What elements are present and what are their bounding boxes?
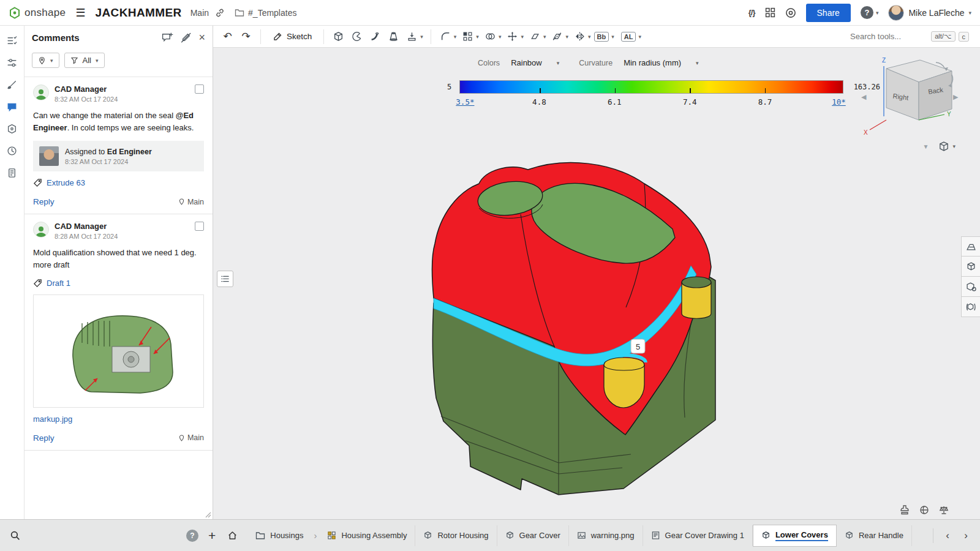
learning-center-icon[interactable] (785, 7, 796, 18)
thicken-menu[interactable]: ▾ (404, 29, 424, 45)
assignment-meta: Assigned to Ed Engineer 8:32 AM Oct 17 2… (65, 148, 152, 165)
extrude-button[interactable] (330, 29, 347, 45)
find-icon[interactable] (6, 527, 23, 544)
tab-label: Lower Covers (775, 530, 828, 541)
branch-pin-icon (178, 198, 185, 206)
curvature-dropdown[interactable]: Min radius (mm) ▾ (620, 56, 702, 69)
transform-menu[interactable]: ▾ (504, 29, 525, 45)
properties-icon[interactable] (2, 119, 22, 138)
part-model[interactable]: 5 (429, 153, 723, 496)
document-title[interactable]: JACKHAMMER (95, 6, 181, 20)
pattern-menu[interactable]: ▾ (459, 29, 480, 45)
user-menu[interactable]: Mike LaFleche ▾ (888, 5, 971, 21)
al-tools-menu[interactable]: AL ▾ (621, 32, 643, 42)
resolve-checkbox[interactable] (195, 84, 204, 94)
display-states-icon[interactable] (961, 257, 980, 277)
stamp-icon[interactable] (899, 504, 910, 515)
view-options-menu[interactable]: ▾ (938, 141, 956, 152)
add-tab-button[interactable]: + (208, 529, 216, 542)
tab-rotor-housing[interactable]: Rotor Housing (415, 525, 497, 546)
tab-folder-housings[interactable]: Housings (247, 525, 311, 546)
copy-link-icon[interactable] (215, 8, 225, 18)
sketch-button[interactable]: Sketch (267, 29, 317, 44)
search-tools-input[interactable] (850, 32, 928, 41)
feature-list-icon[interactable] (2, 31, 22, 50)
branch-label: Main (187, 433, 204, 442)
appearance-icon[interactable] (2, 75, 22, 94)
tab-scroll-left-icon[interactable]: ‹ (940, 527, 956, 544)
graphics-canvas[interactable]: Colors Rainbow ▾ Curvature Min radius (m… (213, 48, 980, 519)
sweep-button[interactable] (367, 29, 383, 45)
tab-gear-cover[interactable]: Gear Cover (497, 525, 569, 546)
colors-dropdown[interactable]: Rainbow ▾ (507, 56, 563, 69)
tab-lower-covers[interactable]: Lower Covers (753, 525, 837, 547)
tab-gear-cover-drawing[interactable]: Gear Cover Drawing 1 (643, 525, 753, 546)
feature-tag[interactable]: Extrude 63 (33, 178, 204, 187)
feature-list-toggle[interactable] (217, 271, 233, 287)
help-menu[interactable]: ? ▾ (861, 6, 879, 19)
location-filter-dropdown[interactable]: ▾ (32, 53, 59, 68)
markup-icon[interactable] (181, 32, 191, 43)
status-filter-dropdown[interactable]: All ▾ (64, 53, 105, 68)
new-comment-icon[interactable] (162, 32, 173, 43)
rotate-left-icon[interactable]: ◀ (861, 93, 867, 101)
tab-scroll-right-icon[interactable]: › (958, 527, 974, 544)
breadcrumb-folder[interactable]: #_Templates (235, 8, 296, 18)
globe-icon[interactable] (919, 504, 930, 515)
mirror-menu[interactable]: ▾ (571, 29, 592, 45)
scale-tick: 7.4 (683, 97, 697, 107)
redo-button[interactable]: ↷ (238, 29, 254, 45)
history-icon[interactable] (2, 141, 22, 160)
notes-icon[interactable] (2, 163, 22, 182)
boolean-menu[interactable]: ▾ (482, 29, 503, 45)
bb-tools-menu[interactable]: Bb ▾ (594, 32, 616, 42)
branch-indicator: Main (178, 198, 204, 206)
workspace-name[interactable]: Main (190, 8, 209, 18)
scale-min-value: 5 (447, 83, 451, 91)
onshape-logo[interactable]: onshape (9, 7, 66, 19)
tab-rear-handle[interactable]: Rear Handle (837, 525, 912, 546)
curvature-gradient-bar[interactable] (459, 80, 843, 94)
feature-tag-label[interactable]: Draft 1 (47, 279, 70, 288)
tab-help-icon[interactable]: ? (186, 530, 198, 542)
revolve-button[interactable] (349, 29, 365, 45)
scale-tick: 8.7 (758, 97, 772, 107)
featurescript-icon[interactable]: {/} (748, 8, 755, 17)
panel-resize-grip[interactable] (204, 511, 211, 518)
menu-caret-icon: ▾ (543, 34, 546, 40)
view-cube[interactable]: Right Back Z X Y ◀ ▶ (859, 55, 963, 141)
feature-tag[interactable]: Draft 1 (33, 279, 204, 288)
close-panel-icon[interactable]: × (198, 31, 205, 44)
configuration-panel-icon[interactable] (961, 277, 980, 297)
attachment-link[interactable]: markup.jpg (33, 414, 72, 424)
feature-tag-label[interactable]: Extrude 63 (47, 178, 85, 187)
resolve-checkbox[interactable] (195, 222, 204, 231)
home-tab-button[interactable] (223, 527, 241, 545)
reply-link[interactable]: Reply (33, 433, 55, 443)
configurations-icon[interactable] (2, 53, 22, 72)
header-left: onshape ☰ JACKHAMMER Main #_Templates (9, 6, 296, 20)
mass-properties-icon[interactable] (938, 504, 949, 515)
share-button[interactable]: Share (806, 4, 851, 22)
loft-button[interactable] (385, 29, 402, 45)
breadcrumb-folder-label: #_Templates (248, 8, 296, 18)
plane-menu[interactable]: ▾ (527, 29, 548, 45)
fillet-menu[interactable]: ▾ (437, 29, 458, 45)
comments-icon[interactable] (2, 97, 22, 116)
attachment-thumbnail[interactable] (33, 294, 204, 408)
app-store-icon[interactable] (765, 7, 775, 18)
reply-link[interactable]: Reply (33, 197, 55, 206)
tab-housing-assembly[interactable]: Housing Assembly (319, 525, 415, 546)
tab-warning-png[interactable]: warning.png (569, 525, 643, 546)
undo-button[interactable]: ↶ (219, 29, 236, 45)
scale-min-limit[interactable]: 3.5* (456, 97, 474, 107)
toolbar-divider (260, 29, 261, 44)
custom-tables-icon[interactable] (961, 297, 980, 317)
document-menu-icon[interactable]: ☰ (75, 6, 85, 20)
named-views-icon[interactable] (961, 236, 980, 257)
rotate-down-icon[interactable]: ▼ (923, 143, 929, 150)
split-menu[interactable]: ▾ (549, 29, 570, 45)
scale-max-limit[interactable]: 10* (832, 97, 846, 107)
rotate-right-icon[interactable]: ▶ (953, 93, 959, 101)
toolbar-divider (431, 29, 431, 44)
